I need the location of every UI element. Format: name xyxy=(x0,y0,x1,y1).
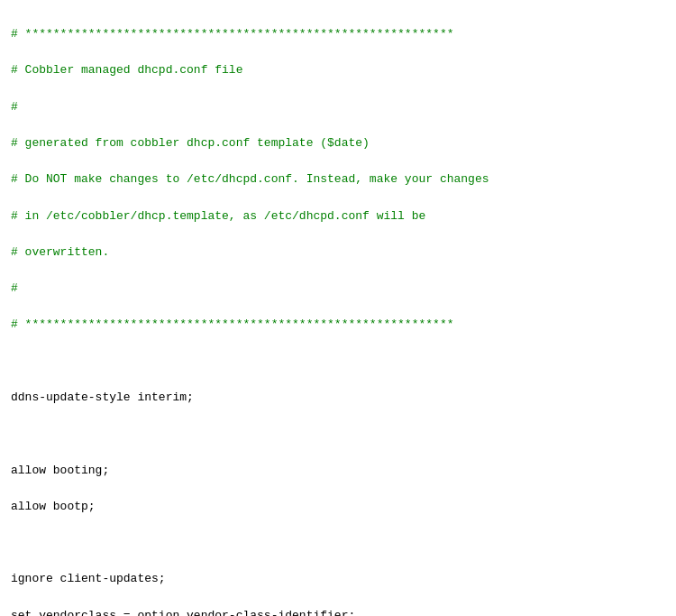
hash2-line: # xyxy=(11,280,665,298)
title-line: # Cobbler managed dhcpd.conf file xyxy=(11,61,665,79)
in-etc-line: # in /etc/cobbler/dhcp.template, as /etc… xyxy=(11,207,665,225)
set-vendor-line: set vendorclass = option vendor-class-id… xyxy=(11,607,665,616)
gen-line: # generated from cobbler dhcp.conf templ… xyxy=(11,134,665,152)
overwritten-line: # overwritten. xyxy=(11,244,665,262)
allow-booting-line: allow booting; xyxy=(11,462,665,480)
stars-line-2: # **************************************… xyxy=(11,316,665,334)
stars-line-1: # **************************************… xyxy=(11,25,665,43)
blank-1 xyxy=(11,353,665,371)
hash1-line: # xyxy=(11,98,665,116)
donot-line: # Do NOT make changes to /etc/dhcpd.conf… xyxy=(11,170,665,188)
code-viewer: # **************************************… xyxy=(0,0,676,616)
blank-2 xyxy=(11,425,665,443)
allow-bootp-line: allow bootp; xyxy=(11,498,665,516)
ddns-line: ddns-update-style interim; xyxy=(11,389,665,407)
ignore-line: ignore client-updates; xyxy=(11,570,665,588)
blank-3 xyxy=(11,534,665,552)
